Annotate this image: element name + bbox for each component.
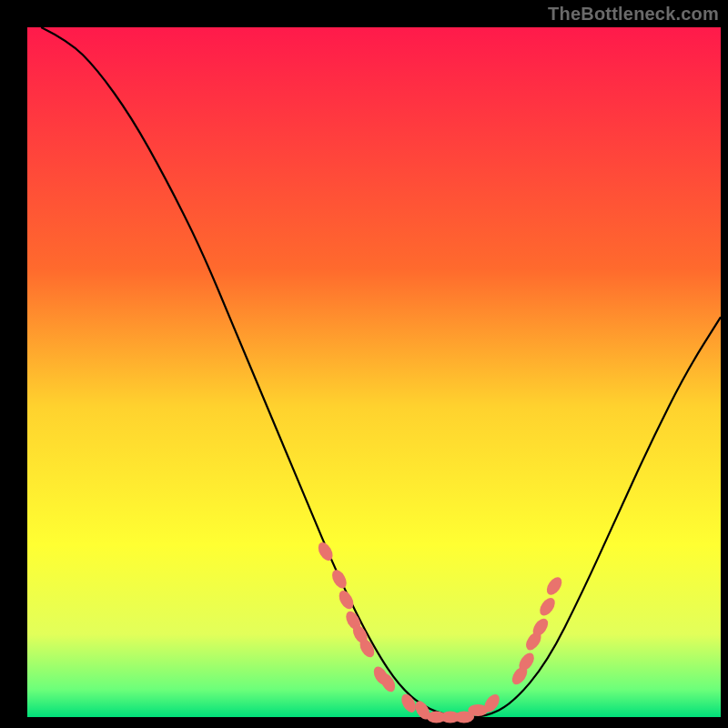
watermark-text: TheBottleneck.com [548,4,719,25]
chart-svg [0,0,728,728]
chart-stage: TheBottleneck.com [0,0,728,728]
plot-background [27,27,721,717]
